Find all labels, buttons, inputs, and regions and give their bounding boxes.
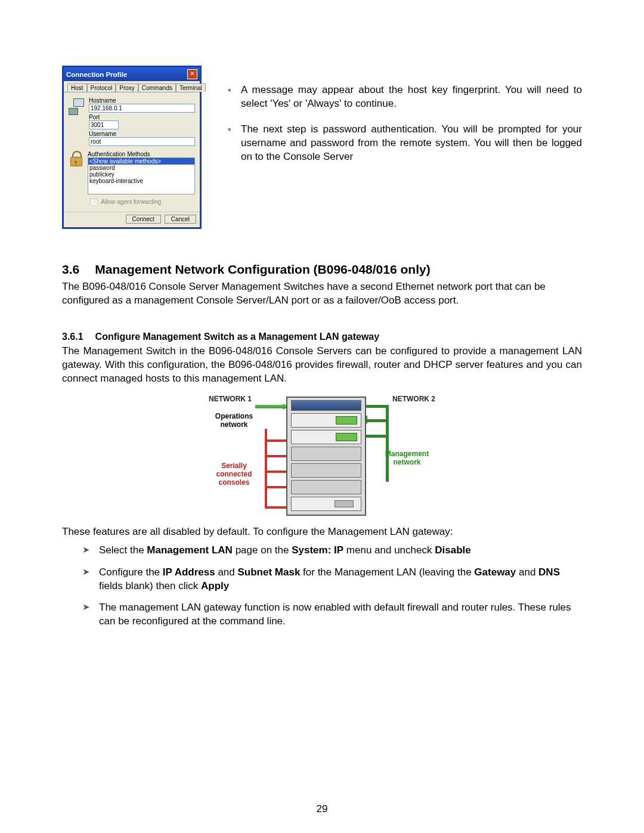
tab-proxy[interactable]: Proxy bbox=[116, 83, 138, 92]
label-network-1: NETWORK 1 bbox=[209, 395, 252, 403]
agent-forwarding-checkbox[interactable] bbox=[90, 199, 98, 206]
line-icon bbox=[365, 435, 389, 438]
host-icon bbox=[69, 98, 84, 115]
heading-num: 3.6.1 bbox=[62, 332, 83, 342]
auth-option-password[interactable]: password bbox=[88, 165, 194, 171]
post-diagram-text: These features are all disabled by defau… bbox=[62, 525, 582, 539]
line-icon bbox=[265, 455, 286, 457]
network-diagram: NETWORK 1 NETWORK 2 Operations network M… bbox=[209, 393, 435, 518]
side-notes: A message may appear about the host key … bbox=[225, 66, 582, 176]
tab-host[interactable]: Host bbox=[67, 83, 87, 92]
tab-row: Host Protocol Proxy Commands Terminal bbox=[64, 81, 200, 92]
lock-icon: ? bbox=[69, 151, 84, 166]
connect-button[interactable]: Connect bbox=[126, 215, 161, 224]
heading-title: Management Network Configuration (B096-0… bbox=[95, 262, 430, 277]
tab-protocol[interactable]: Protocol bbox=[87, 83, 116, 92]
dialog-title: Connection Profile bbox=[66, 71, 127, 78]
section-3-6-1-p1: The Management Switch in the B096-048/01… bbox=[62, 345, 582, 386]
heading-num: 3.6 bbox=[62, 262, 79, 277]
heading-title: Configure Management Switch as a Managem… bbox=[95, 332, 380, 342]
label-operations-network: Operations network bbox=[209, 412, 259, 429]
step-3: The management LAN gateway function is n… bbox=[82, 601, 582, 628]
agent-forwarding-label: Allow agent forwarding bbox=[101, 199, 161, 205]
heading-3-6: 3.6 Management Network Configuration (B0… bbox=[62, 262, 582, 277]
auth-option-publickey[interactable]: publickey bbox=[88, 171, 194, 178]
username-input[interactable] bbox=[89, 137, 195, 146]
dialog-titlebar: Connection Profile × bbox=[64, 67, 200, 81]
line-icon bbox=[265, 439, 286, 442]
auth-methods-list[interactable]: <Show available methods> password public… bbox=[88, 157, 195, 194]
hostname-label: Hostname bbox=[89, 97, 195, 104]
label-serial-consoles: Serially connected consoles bbox=[209, 462, 259, 487]
heading-3-6-1: 3.6.1 Configure Management Switch as a M… bbox=[62, 332, 582, 342]
line-icon bbox=[265, 470, 286, 473]
auth-methods-label: Authentication Methods bbox=[88, 151, 195, 157]
step-2: Configure the IP Address and Subnet Mask… bbox=[82, 566, 582, 593]
note-password-auth: The next step is password authentication… bbox=[225, 123, 582, 164]
port-input[interactable] bbox=[89, 120, 119, 129]
tab-terminal[interactable]: Terminal bbox=[176, 83, 206, 92]
port-label: Port bbox=[89, 114, 195, 120]
section-3-6-p1: The B096-048/016 Console Server Manageme… bbox=[62, 280, 582, 308]
cancel-button[interactable]: Cancel bbox=[165, 215, 196, 224]
hostname-input[interactable] bbox=[89, 104, 195, 113]
auth-option-show[interactable]: <Show available methods> bbox=[88, 158, 194, 165]
line-icon bbox=[265, 486, 286, 488]
line-icon bbox=[365, 419, 389, 422]
auth-option-kbd-int[interactable]: keyboard-interactive bbox=[88, 178, 194, 184]
close-icon[interactable]: × bbox=[187, 69, 197, 79]
step-1: Select the Management LAN page on the Sy… bbox=[82, 544, 582, 558]
steps-list: Select the Management LAN page on the Sy… bbox=[82, 544, 582, 629]
connection-profile-dialog: Connection Profile × Host Protocol Proxy… bbox=[62, 66, 202, 229]
username-label: Username bbox=[89, 131, 195, 137]
note-host-key: A message may appear about the host key … bbox=[225, 83, 582, 111]
rack-icon bbox=[286, 397, 366, 516]
arrow-icon bbox=[255, 404, 290, 410]
label-network-2: NETWORK 2 bbox=[392, 395, 435, 403]
page-number: 29 bbox=[0, 803, 644, 815]
tab-commands[interactable]: Commands bbox=[138, 83, 176, 92]
